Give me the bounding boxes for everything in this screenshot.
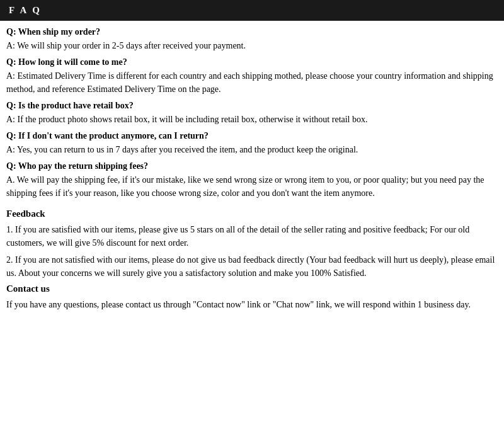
question-5: Q: Who pay the return shipping fees? [6,161,498,171]
answer-3: A: If the product photo shows retail box… [6,113,498,126]
faq-title: F A Q [9,5,42,15]
qa-block-2: Q: How long it will come to me? A: Estim… [6,57,498,96]
contact-text: If you have any questions, please contac… [6,298,498,311]
feedback-title: Feedback [6,209,498,219]
contact-title: Contact us [6,284,498,294]
qa-block-4: Q: If I don't want the product anymore, … [6,131,498,156]
qa-block-1: Q: When ship my order? A: We will ship y… [6,27,498,52]
answer-4: A: Yes, you can return to us in 7 days a… [6,143,498,156]
faq-section: Q: When ship my order? A: We will ship y… [0,27,504,200]
answer-2: A: Estimated Delivery Time is different … [6,69,498,96]
page-container: F A Q Q: When ship my order? A: We will … [0,0,504,311]
feedback-section: Feedback 1. If you are satisfied with ou… [0,209,504,280]
feedback-item-1: 1. If you are satisfied with our items, … [6,223,498,249]
answer-5: A. We will pay the shipping fee, if it's… [6,173,498,200]
feedback-item-2: 2. If you are not satisfied with our ite… [6,253,498,280]
faq-header: F A Q [0,0,504,21]
qa-block-3: Q: Is the product have retail box? A: If… [6,101,498,126]
contact-section: Contact us If you have any questions, pl… [0,284,504,311]
answer-1: A: We will ship your order in 2-5 days a… [6,39,498,52]
qa-block-5: Q: Who pay the return shipping fees? A. … [6,161,498,200]
question-1: Q: When ship my order? [6,27,498,37]
question-2: Q: How long it will come to me? [6,57,498,67]
question-3: Q: Is the product have retail box? [6,101,498,111]
question-4: Q: If I don't want the product anymore, … [6,131,498,141]
